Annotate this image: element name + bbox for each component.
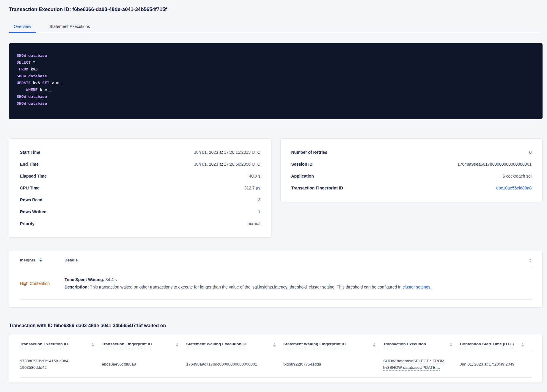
description-text: This transaction waited on other transac… (89, 285, 403, 289)
insight-row: High Contention Time Spent Waiting: 34.4… (20, 268, 532, 300)
sort-asc-icon (521, 343, 524, 344)
summary-card-session: Number of Retries 0 Session ID 17648a9ee… (280, 138, 543, 202)
row-value: 17648a9eea6017800000000000000001 (458, 161, 532, 167)
time-spent-waiting: Time Spent Waiting: 34.4 s (65, 277, 532, 283)
cell-statement-waiting-fingerprint-id: \xdb8922f077541dda (283, 351, 383, 378)
row-label: Session ID (291, 161, 313, 167)
sort-desc-icon (176, 345, 178, 347)
column-sort-header[interactable]: Transaction Fingerprint ID (102, 342, 152, 348)
sort-desc-icon (529, 261, 532, 262)
sql-statements-box: SHOW database SELECT * FROM kv3 SHOW dat… (9, 43, 543, 119)
insights-table-header: Insights Details (20, 251, 532, 268)
column-sort-header[interactable]: Statement Waiting Execution ID (186, 342, 246, 348)
summary-cards-row: Start Time Jun 01, 2023 at 17:20:15:2015… (9, 138, 543, 238)
sql-line: SHOW database (17, 100, 535, 107)
waited-on-row: 9738d051-bc0e-4158-a9b4-1903586ddd42 ebc… (20, 351, 532, 378)
sort-desc-icon (373, 345, 375, 347)
row-rows-read: Rows Read 3 (20, 194, 260, 206)
high-contention-label: High Contention (20, 281, 65, 286)
sort-desc-icon (40, 260, 42, 262)
column-sort-header[interactable]: Contention Start Time (UTC) (460, 342, 514, 348)
column-sort-header[interactable]: Transaction Execution (383, 342, 426, 348)
sort-asc-icon (92, 343, 94, 344)
sql-line: UPDATE kv3 SET v = _ (17, 79, 535, 86)
th-contention-start-time: Contention Start Time (UTC) (460, 335, 532, 351)
row-end-time: End Time Jun 01, 2023 at 17:20:56:2056 U… (20, 158, 260, 170)
sort-arrows-icon[interactable] (373, 342, 375, 347)
tab-bar: Overview Statement Executions (9, 21, 543, 33)
th-statement-waiting-execution-id: Statement Waiting Execution ID (186, 335, 283, 351)
tab-overview[interactable]: Overview (9, 21, 36, 33)
row-label: Priority (20, 221, 34, 227)
sort-asc-icon (176, 343, 178, 344)
waiting-transaction-execution-link[interactable]: SHOW databaseSELECT * FROM kv3SHOW datab… (383, 359, 444, 370)
th-transaction-execution: Transaction Execution (383, 335, 460, 351)
page-title: Transaction Execution ID: f6be6366-da03-… (9, 0, 543, 12)
sort-desc-icon (521, 345, 524, 347)
cell-contention-start-time: Jun 01, 2023 at 17:20:49:2049 (460, 351, 532, 378)
row-transaction-fingerprint-id: Transaction Fingerprint ID ebc10ae56cfd8… (291, 182, 532, 194)
row-label: Transaction Fingerprint ID (291, 185, 343, 191)
row-value: 3 (258, 197, 260, 203)
waited-on-table-card: Transaction Execution ID Transaction Fin… (9, 335, 543, 383)
insights-sort-header[interactable]: Insights (20, 258, 35, 264)
sort-arrows-icon[interactable] (92, 342, 94, 347)
row-number-of-retries: Number of Retries 0 (291, 146, 532, 158)
description-suffix: . (430, 285, 432, 289)
insights-table: Insights Details High Contention Time Sp… (9, 251, 543, 308)
row-value: Jun 01, 2023 at 17:20:15:2015 UTC (194, 149, 260, 155)
th-transaction-execution-id: Transaction Execution ID (20, 335, 102, 351)
th-statement-waiting-fingerprint-id: Statement Waiting Fingerprint ID (283, 335, 383, 351)
row-label: Start Time (20, 149, 40, 155)
row-label: End Time (20, 161, 39, 167)
row-value: $ cockroach sql (503, 173, 532, 179)
sort-asc-icon (273, 343, 276, 344)
cell-transaction-execution: SHOW databaseSELECT * FROM kv3SHOW datab… (383, 351, 460, 378)
cell-transaction-fingerprint-id: ebc10ae56cfd88a8 (102, 351, 186, 378)
row-label: CPU Time (20, 185, 40, 191)
row-value: normal (248, 221, 260, 227)
sort-desc-icon (273, 345, 276, 347)
sql-line: SELECT * (17, 59, 535, 66)
summary-card-timing: Start Time Jun 01, 2023 at 17:20:15:2015… (9, 138, 271, 238)
transaction-fingerprint-link[interactable]: ebc10ae56cfd88a8 (496, 185, 532, 191)
sort-arrows-icon[interactable] (450, 342, 452, 347)
row-label: Rows Written (20, 209, 46, 215)
waited-on-table: Transaction Execution ID Transaction Fin… (20, 335, 532, 378)
column-sort-header[interactable]: Transaction Execution ID (20, 342, 68, 348)
row-elapsed-time: Elapsed Time 40.9 s (20, 170, 260, 182)
transaction-details-page: Transaction Execution ID: f6be6366-da03-… (0, 0, 547, 383)
insights-column-header: Insights (20, 258, 65, 264)
row-value: 1 (258, 209, 260, 215)
time-spent-waiting-value: 34.4 s (104, 277, 117, 282)
row-priority: Priority normal (20, 218, 260, 230)
cluster-settings-link[interactable]: cluster settings (403, 285, 430, 289)
sort-arrows-icon[interactable] (273, 342, 276, 347)
sort-arrows-icon[interactable] (521, 342, 524, 347)
details-column-header[interactable]: Details (65, 258, 78, 264)
row-value: 40.9 s (249, 173, 260, 179)
column-sort-header[interactable]: Statement Waiting Fingerprint ID (283, 342, 346, 348)
sort-arrows-icon[interactable] (40, 258, 42, 262)
insight-description: Description: This transaction waited on … (65, 284, 532, 290)
tab-statement-executions[interactable]: Statement Executions (45, 21, 95, 33)
sort-asc-icon (529, 258, 532, 260)
sql-line: WHERE k = _ (17, 86, 535, 93)
row-rows-written: Rows Written 1 (20, 206, 260, 218)
cell-statement-waiting-execution-id: 176498a9c717bdc80000000000000001 (186, 351, 283, 378)
time-spent-waiting-label: Time Spent Waiting: (65, 277, 104, 282)
row-label: Number of Retries (291, 149, 327, 155)
row-start-time: Start Time Jun 01, 2023 at 17:20:15:2015… (20, 146, 260, 158)
sort-arrows-icon[interactable] (529, 258, 532, 262)
row-label: Elapsed Time (20, 173, 47, 179)
row-label: Application (291, 173, 314, 179)
insight-details: Time Spent Waiting: 34.4 s Description: … (65, 275, 532, 291)
waited-on-header-row: Transaction Execution ID Transaction Fin… (20, 335, 532, 351)
th-transaction-fingerprint-id: Transaction Fingerprint ID (102, 335, 186, 351)
sql-line: SHOW database (17, 52, 535, 59)
cell-transaction-execution-id: 9738d051-bc0e-4158-a9b4-1903586ddd42 (20, 351, 102, 378)
sort-desc-icon (92, 345, 94, 347)
row-value: 312.7 µs (244, 185, 260, 191)
sort-arrows-icon[interactable] (176, 342, 178, 347)
sort-asc-icon (373, 343, 375, 344)
